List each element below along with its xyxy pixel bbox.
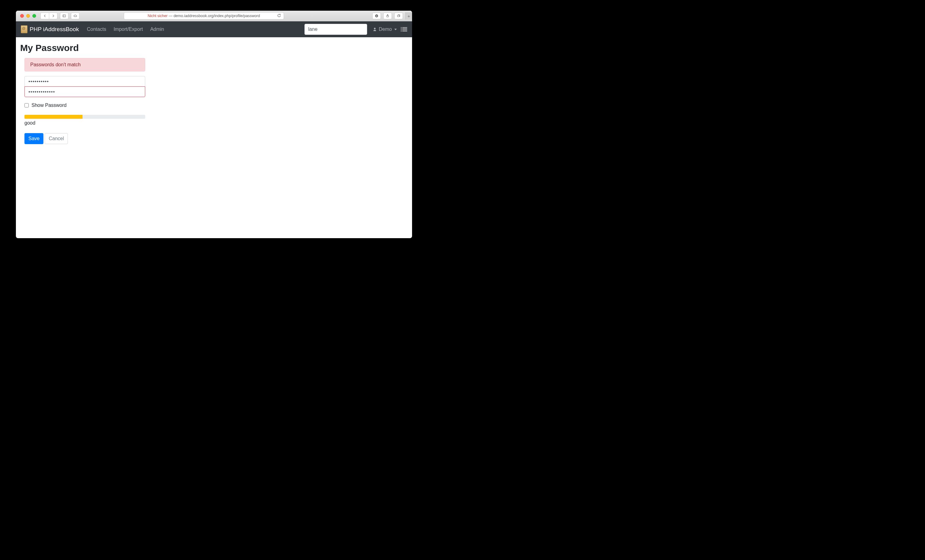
address-bar[interactable]: Nicht sicher — demo.iaddressbook.org/ind… <box>124 12 284 20</box>
page-title: My Password <box>20 43 408 53</box>
password-form: Passwords don't match Show Password good… <box>24 58 145 144</box>
nav-button-group <box>40 12 57 19</box>
search-input[interactable] <box>304 24 367 35</box>
password-strength-bar <box>24 115 145 119</box>
reload-button[interactable] <box>277 14 282 18</box>
icloud-button[interactable] <box>71 12 80 19</box>
close-window-button[interactable] <box>20 14 24 18</box>
button-row: Save Cancel <box>24 133 145 144</box>
save-button[interactable]: Save <box>24 133 44 144</box>
error-alert: Passwords don't match <box>24 58 145 71</box>
user-label: Demo <box>379 27 392 32</box>
nav-contacts[interactable]: Contacts <box>84 27 108 32</box>
brand-icon <box>21 26 27 33</box>
insecure-label: Nicht sicher <box>148 14 167 18</box>
back-button[interactable] <box>40 12 49 19</box>
password-input[interactable] <box>24 76 145 87</box>
list-view-button[interactable] <box>402 27 407 32</box>
svg-rect-4 <box>398 15 399 17</box>
new-tab-button[interactable]: + <box>405 12 412 20</box>
password-strength-label: good <box>24 120 145 126</box>
url-text: demo.iaddressbook.org/index.php/profile/… <box>174 14 260 18</box>
sidebar-toggle-button[interactable] <box>60 12 68 19</box>
forward-button[interactable] <box>49 12 57 19</box>
minimize-window-button[interactable] <box>26 14 30 18</box>
user-icon <box>373 27 377 32</box>
cancel-button[interactable]: Cancel <box>45 133 68 144</box>
browser-titlebar: Nicht sicher — demo.iaddressbook.org/ind… <box>16 11 412 21</box>
page-content: My Password Passwords don't match Show P… <box>16 37 412 150</box>
user-menu[interactable]: Demo <box>373 27 397 32</box>
brand[interactable]: PHP iAddressBook <box>21 26 79 33</box>
svg-rect-0 <box>63 15 66 17</box>
nav-admin[interactable]: Admin <box>148 27 166 32</box>
share-button[interactable] <box>383 12 392 19</box>
toolbar-right <box>372 12 403 19</box>
browser-window: Nicht sicher — demo.iaddressbook.org/ind… <box>16 11 412 238</box>
window-controls <box>20 14 36 18</box>
show-password-label: Show Password <box>32 103 67 108</box>
brand-text: PHP iAddressBook <box>30 26 79 33</box>
maximize-window-button[interactable] <box>32 14 36 18</box>
app-navbar: PHP iAddressBook Contacts Import/Export … <box>16 21 412 37</box>
url-separator: — <box>167 14 173 18</box>
downloads-button[interactable] <box>372 12 381 19</box>
nav-import-export[interactable]: Import/Export <box>111 27 145 32</box>
tabs-button[interactable] <box>394 12 403 19</box>
navbar-right: Demo <box>304 24 407 35</box>
password-confirm-input[interactable] <box>24 86 145 97</box>
show-password-checkbox[interactable] <box>24 103 29 108</box>
chevron-down-icon <box>394 29 397 30</box>
show-password-row[interactable]: Show Password <box>24 103 145 108</box>
password-strength-fill <box>24 115 83 119</box>
